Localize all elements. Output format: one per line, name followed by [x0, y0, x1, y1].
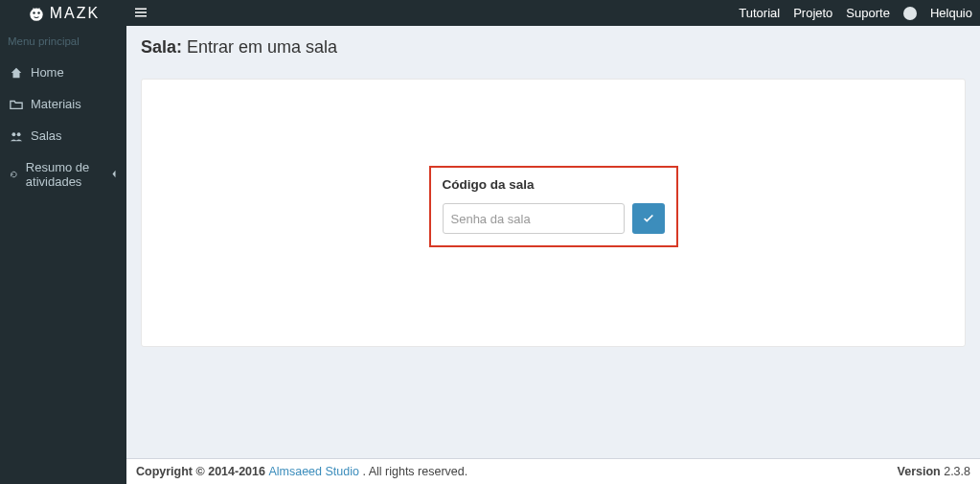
footer: Copyright © 2014-2016 Almsaeed Studio . …	[126, 458, 980, 484]
svg-rect-4	[135, 12, 147, 13]
content-header: Sala: Entrar em uma sala	[126, 26, 980, 69]
main-content: Sala: Entrar em uma sala Código da sala	[126, 26, 980, 458]
content-box: Código da sala	[141, 79, 966, 347]
sidebar-toggle[interactable]	[126, 6, 155, 21]
nav-user[interactable]: Helquio	[930, 6, 972, 20]
page-title: Sala: Entrar em uma sala	[141, 37, 966, 58]
svg-point-6	[11, 132, 15, 136]
avatar[interactable]	[903, 7, 917, 20]
nav-tutorial[interactable]: Tutorial	[739, 6, 780, 20]
menu-header: Menu principal	[0, 26, 126, 57]
bars-icon	[135, 7, 147, 18]
sidebar: Menu principal Home Materiais Salas Resu…	[0, 26, 126, 484]
home-icon	[10, 66, 23, 80]
svg-point-1	[33, 12, 35, 14]
footer-link[interactable]: Almsaeed Studio	[268, 465, 359, 478]
nav-projeto[interactable]: Projeto	[793, 6, 832, 20]
app-logo[interactable]: MAZK	[0, 0, 126, 26]
version-value: 2.3.8	[944, 465, 970, 478]
svg-point-7	[17, 132, 21, 136]
mascot-icon	[27, 2, 46, 24]
refresh-icon	[10, 168, 18, 181]
sidebar-item-label: Resumo de atividades	[26, 160, 103, 189]
svg-rect-3	[135, 8, 147, 10]
enter-room-card: Código da sala	[429, 166, 678, 247]
submit-button[interactable]	[632, 203, 665, 234]
sidebar-item-home[interactable]: Home	[0, 57, 126, 88]
footer-copyright: Copyright © 2014-2016	[136, 465, 268, 478]
room-code-input[interactable]	[443, 203, 625, 234]
sidebar-item-resumo[interactable]: Resumo de atividades	[0, 151, 126, 197]
nav-suporte[interactable]: Suporte	[846, 6, 890, 20]
footer-tail: . All rights reserved.	[362, 465, 467, 478]
sidebar-item-label: Materiais	[31, 97, 81, 111]
svg-point-2	[37, 12, 40, 14]
sidebar-item-salas[interactable]: Salas	[0, 120, 126, 151]
card-title: Código da sala	[443, 177, 665, 192]
brand-text: MAZK	[50, 5, 100, 22]
folder-icon	[10, 98, 23, 111]
sidebar-item-materiais[interactable]: Materiais	[0, 88, 126, 120]
svg-point-0	[30, 9, 42, 21]
check-icon	[642, 212, 655, 225]
users-icon	[10, 129, 23, 143]
sidebar-item-label: Salas	[31, 128, 62, 143]
version-label: Version	[898, 465, 941, 478]
svg-rect-5	[135, 15, 147, 17]
chevron-left-icon	[111, 170, 117, 180]
sidebar-item-label: Home	[31, 65, 64, 80]
